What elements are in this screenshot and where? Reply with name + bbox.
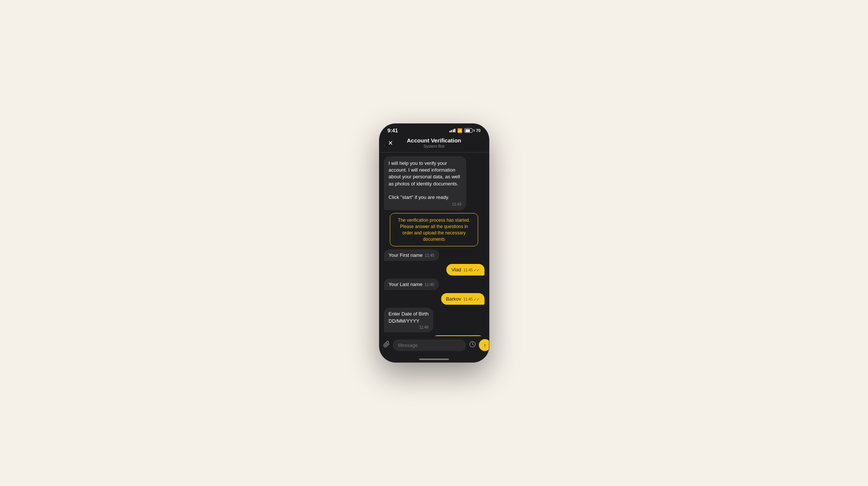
question-last-name-time: 11:45 [425, 283, 434, 287]
chat-title: Account Verification [396, 137, 473, 144]
input-bar: ↑ [379, 336, 489, 354]
answer-first-name-time: 11:45 [463, 268, 473, 272]
battery-percent: 70 [476, 128, 480, 133]
message-input[interactable] [393, 339, 466, 351]
chat-area[interactable]: I will help you to verify your account. … [379, 153, 489, 362]
close-button[interactable]: ✕ [385, 139, 396, 147]
status-time: 9:41 [388, 127, 398, 133]
wifi-icon: 📶 [457, 128, 462, 133]
system-notification-text: The verification process has started. Pl… [395, 217, 473, 242]
answer-last-name-time: 11:45 [463, 297, 473, 301]
status-icons: 📶 70 [449, 128, 481, 133]
question-dob-time: 11:46 [389, 325, 429, 329]
double-check-icon: ✓✓ [474, 268, 480, 272]
question-first-name-bubble: Your First name 11:45 [384, 249, 439, 261]
clock-button[interactable] [469, 341, 476, 349]
battery-icon: 70 [464, 128, 480, 133]
question-last-name-text: Your Last name [389, 282, 423, 287]
answer-first-name-bubble: Vlad 11:45 ✓✓ [446, 264, 484, 276]
phone-frame: 9:41 📶 70 [379, 123, 489, 363]
status-bar: 9:41 📶 70 [379, 124, 489, 135]
question-first-name-time: 11:45 [425, 253, 434, 258]
header-center: Account Verification System Bot [396, 137, 473, 148]
question-dob-text: Enter Date of BirthDD/MM/YYYY [389, 311, 429, 324]
attach-button[interactable] [383, 341, 390, 350]
answer-last-name-bubble: Barkov 11:45 ✓✓ [441, 293, 485, 305]
answer-first-name-text: Vlad [451, 267, 461, 273]
bot-intro-text: I will help you to verify your account. … [389, 160, 462, 201]
question-last-name-bubble: Your Last name 11:45 [384, 279, 439, 290]
double-check-icon-2: ✓✓ [474, 297, 480, 301]
answer-last-name-meta: 11:45 ✓✓ [463, 297, 479, 301]
chat-header: ✕ Account Verification System Bot [379, 135, 489, 153]
send-button[interactable]: ↑ [479, 339, 489, 351]
bot-intro-bubble: I will help you to verify your account. … [384, 156, 467, 210]
question-first-name-text: Your First name [389, 252, 423, 258]
bot-intro-time: 11:43 [389, 202, 462, 206]
answer-last-name-text: Barkov [446, 296, 461, 302]
send-icon: ↑ [483, 342, 486, 348]
signal-icon [449, 129, 456, 132]
page-background: 9:41 📶 70 [0, 0, 868, 486]
chat-subtitle: System Bot [396, 144, 473, 148]
answer-first-name-meta: 11:45 ✓✓ [463, 268, 479, 272]
home-indicator [419, 359, 449, 360]
question-dob-bubble: Enter Date of BirthDD/MM/YYYY 11:46 [384, 308, 434, 332]
system-notification-bubble: The verification process has started. Pl… [390, 213, 479, 246]
